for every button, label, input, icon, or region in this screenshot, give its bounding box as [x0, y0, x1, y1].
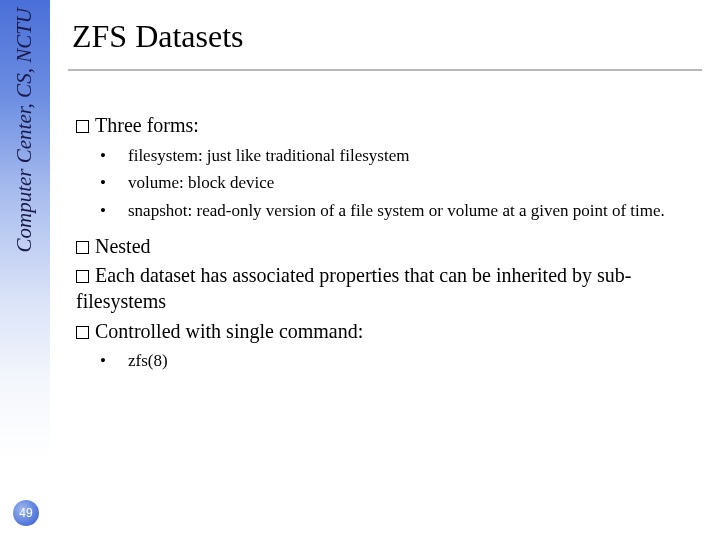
hollow-square-icon	[76, 120, 89, 133]
page-number-text: 49	[19, 506, 32, 520]
slide-body: Three forms: filesystem: just like tradi…	[72, 71, 710, 372]
sidebar-gradient: Computer Center, CS, NCTU 49	[0, 0, 50, 540]
bullet-label: Three forms:	[95, 114, 199, 136]
bullet-label: Each dataset has associated properties t…	[76, 264, 631, 312]
hollow-square-icon	[76, 241, 89, 254]
subbullet-volume: volume: block device	[114, 172, 710, 194]
subbullet-zfs8: zfs(8)	[114, 350, 710, 372]
bullet-inherited-props: Each dataset has associated properties t…	[76, 263, 710, 314]
subbullet-filesystem: filesystem: just like traditional filesy…	[114, 145, 710, 167]
bullet-nested: Nested	[76, 234, 710, 260]
bullet-label: Nested	[95, 235, 151, 257]
bullet-three-forms: Three forms:	[76, 113, 710, 139]
bullet-label: Controlled with single command:	[95, 320, 363, 342]
hollow-square-icon	[76, 326, 89, 339]
subbullet-snapshot: snapshot: read-only version of a file sy…	[114, 200, 710, 222]
hollow-square-icon	[76, 270, 89, 283]
sidebar-institution-label: Computer Center, CS, NCTU	[12, 8, 37, 252]
page-number-badge: 49	[13, 500, 39, 526]
slide-title: ZFS Datasets	[72, 0, 710, 69]
slide-content: ZFS Datasets Three forms: filesystem: ju…	[72, 0, 710, 540]
bullet-single-command: Controlled with single command:	[76, 319, 710, 345]
